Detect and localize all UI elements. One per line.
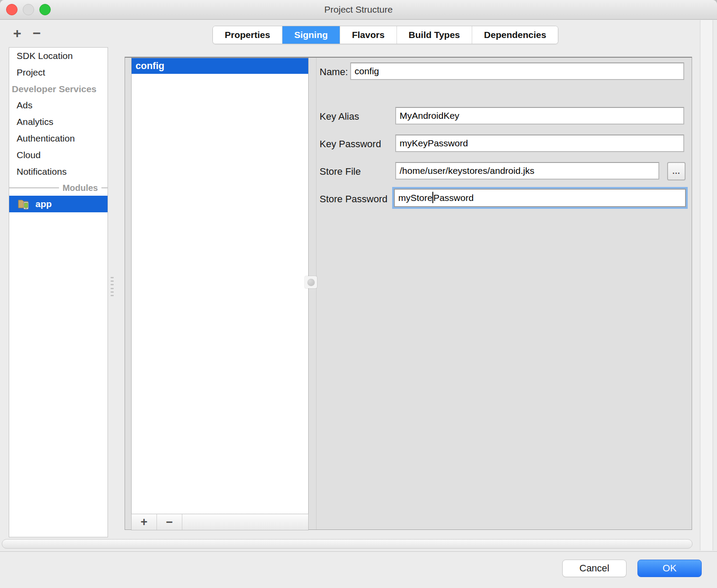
key-password-label: Key Password bbox=[320, 135, 381, 153]
sidebar-item-cloud[interactable]: Cloud bbox=[9, 147, 108, 163]
add-icon: + bbox=[141, 515, 148, 529]
store-password-text-before-caret: myStore bbox=[398, 193, 432, 203]
name-input[interactable] bbox=[350, 62, 684, 80]
project-structure-dialog: Project Structure + − Properties Signing… bbox=[0, 0, 717, 588]
signing-panel: config + − Name: Key Alias Key Password … bbox=[125, 57, 692, 530]
footer-divider bbox=[0, 551, 717, 552]
store-file-input[interactable] bbox=[395, 162, 659, 180]
module-folder-icon bbox=[18, 198, 31, 210]
sidebar-item-authentication[interactable]: Authentication bbox=[9, 130, 108, 147]
scrollbar-gutter[interactable] bbox=[700, 20, 713, 550]
tab-build-types[interactable]: Build Types bbox=[397, 26, 472, 44]
bottom-scrollbar-track[interactable] bbox=[2, 539, 693, 549]
tab-flavors[interactable]: Flavors bbox=[340, 26, 397, 44]
key-alias-label: Key Alias bbox=[320, 108, 359, 125]
tab-properties[interactable]: Properties bbox=[213, 26, 282, 44]
key-alias-input[interactable] bbox=[395, 107, 684, 125]
config-list-toolbar: + − bbox=[131, 514, 309, 530]
sidebar-item-analytics[interactable]: Analytics bbox=[9, 114, 108, 130]
sidebar-item-label: app bbox=[35, 196, 52, 212]
add-icon[interactable]: + bbox=[13, 25, 21, 41]
ok-button[interactable]: OK bbox=[637, 560, 702, 577]
toolbar-spacer bbox=[182, 514, 308, 530]
sidebar: SDK Location Project Developer Services … bbox=[9, 47, 108, 537]
cancel-button[interactable]: Cancel bbox=[562, 560, 627, 577]
remove-config-button[interactable]: − bbox=[157, 514, 182, 530]
sidebar-header-developer-services: Developer Services bbox=[9, 81, 108, 97]
store-password-input[interactable]: myStorePassword bbox=[394, 189, 686, 207]
add-config-button[interactable]: + bbox=[132, 514, 157, 530]
sidebar-item-app-module[interactable]: app bbox=[9, 196, 108, 212]
list-item-config[interactable]: config bbox=[132, 58, 308, 74]
sidebar-toolbar: + − bbox=[13, 25, 41, 41]
store-password-label: Store Password bbox=[320, 190, 387, 208]
ellipsis-icon: ... bbox=[672, 167, 680, 176]
store-file-label: Store File bbox=[320, 163, 361, 180]
splitter-handle[interactable] bbox=[305, 276, 317, 288]
sidebar-header-modules: Modules bbox=[9, 180, 108, 196]
remove-icon[interactable]: − bbox=[33, 25, 41, 41]
sidebar-item-sdk-location[interactable]: SDK Location bbox=[9, 48, 108, 64]
remove-icon: − bbox=[166, 515, 173, 529]
sidebar-item-project[interactable]: Project bbox=[9, 64, 108, 81]
store-password-text-after-caret: Password bbox=[433, 193, 473, 203]
sidebar-item-ads[interactable]: Ads bbox=[9, 97, 108, 114]
key-password-input[interactable] bbox=[395, 135, 684, 152]
modules-header-label: Modules bbox=[63, 183, 98, 193]
tab-bar: Properties Signing Flavors Build Types D… bbox=[212, 26, 558, 44]
sidebar-item-notifications[interactable]: Notifications bbox=[9, 163, 108, 180]
tab-dependencies[interactable]: Dependencies bbox=[472, 26, 558, 44]
tab-signing[interactable]: Signing bbox=[282, 26, 340, 44]
signing-config-list: config bbox=[131, 58, 309, 515]
browse-store-file-button[interactable]: ... bbox=[667, 162, 686, 180]
window-title: Project Structure bbox=[0, 0, 717, 19]
sidebar-resize-grip[interactable] bbox=[111, 277, 114, 296]
title-bar: Project Structure bbox=[0, 0, 717, 20]
splitter-divider bbox=[316, 58, 317, 529]
name-label: Name: bbox=[320, 63, 348, 81]
